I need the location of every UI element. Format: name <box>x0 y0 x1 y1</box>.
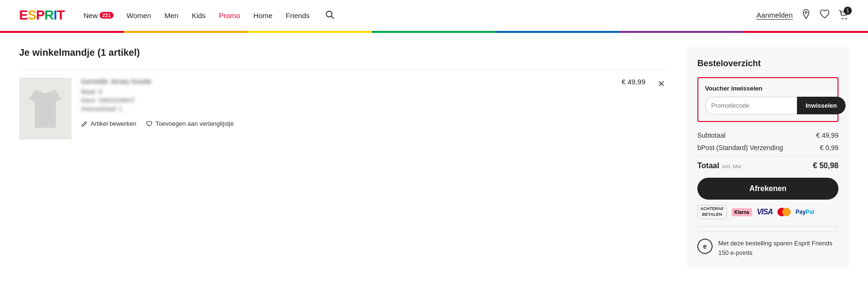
payment-icons: ACHTERAFBETALEN Klarna VISA PayPal <box>697 206 838 218</box>
svg-line-1 <box>331 16 334 19</box>
item-size: Maat: S <box>81 88 602 95</box>
shipping-row: bPost (Standard) Verzending € 0,99 <box>697 144 838 152</box>
shipping-value: € 0,99 <box>820 144 838 152</box>
item-sku: Kleur: 040/AS/WHT <box>81 97 602 104</box>
cart-icon-wrap[interactable]: 1 <box>838 10 849 21</box>
cart-section: Je winkelmandje (1 artikel) Gemelde Jers… <box>19 47 668 269</box>
summary-title: Besteloverzicht <box>697 59 838 69</box>
location-icon[interactable] <box>801 9 811 22</box>
svg-point-4 <box>846 18 847 19</box>
friends-row: e Met deze bestelling sparen Esprit Frie… <box>697 232 838 257</box>
nav-item-promo[interactable]: Promo <box>219 11 240 20</box>
friends-text: Met deze bestelling sparen Esprit Friend… <box>718 239 838 257</box>
add-to-wishlist-button[interactable]: Toevoegen aan verlanglijstje <box>146 120 234 127</box>
total-value: € 50,98 <box>813 162 838 170</box>
logo[interactable]: ESPRIT <box>19 8 64 23</box>
cart-item: Gemelde Jersey hoodie Maat: S Kleur: 040… <box>19 70 668 147</box>
cart-count: 1 <box>844 7 852 15</box>
voucher-input-row: Inwisselen <box>705 97 831 114</box>
item-details: Gemelde Jersey hoodie Maat: S Kleur: 040… <box>81 78 602 127</box>
cart-title: Je winkelmandje (1 artikel) <box>19 47 668 58</box>
nav-item-new[interactable]: New 231 <box>83 11 113 20</box>
order-summary: Besteloverzicht Voucher inwisselen Inwis… <box>687 47 849 269</box>
item-quantity: Hoeveelheid: 1 <box>81 105 602 112</box>
friends-divider <box>697 226 838 227</box>
main-content: Je winkelmandje (1 artikel) Gemelde Jers… <box>0 33 868 283</box>
price-divider <box>697 156 838 157</box>
mastercard-icon <box>777 206 791 218</box>
wishlist-icon[interactable] <box>819 10 830 21</box>
item-name: Gemelde Jersey hoodie <box>81 78 602 85</box>
checkout-button[interactable]: Afrekenen <box>697 178 838 200</box>
klarna-icon: Klarna <box>732 206 752 218</box>
item-actions: Artikel bewerken Toevoegen aan verlangli… <box>81 120 602 127</box>
header: ESPRIT New 231 Women Men Kids Promo Home… <box>0 0 868 31</box>
svg-point-3 <box>842 18 844 19</box>
item-price: € 49,99 <box>612 78 645 86</box>
visa-icon: VISA <box>757 206 773 218</box>
nav-item-home[interactable]: Home <box>254 11 273 20</box>
total-row: Totaal incl. btw € 50,98 <box>697 162 838 170</box>
subtotal-value: € 49,99 <box>816 131 838 139</box>
subtotal-label: Subtotaal <box>697 131 725 139</box>
incl-btw-label: incl. btw <box>722 163 741 169</box>
voucher-label: Voucher inwisselen <box>705 85 831 92</box>
svg-point-2 <box>805 11 807 13</box>
paypal-icon: PayPal <box>796 206 814 218</box>
nav-item-men[interactable]: Men <box>164 11 178 20</box>
nav-item-women[interactable]: Women <box>127 11 151 20</box>
aanmelden-link[interactable]: Aanmelden <box>756 11 793 20</box>
subtotal-row: Subtotaal € 49,99 <box>697 131 838 139</box>
main-nav: New 231 Women Men Kids Promo Home Friend… <box>83 10 756 21</box>
achteraf-betalen-icon: ACHTERAFBETALEN <box>697 206 727 218</box>
edit-item-button[interactable]: Artikel bewerken <box>81 120 136 127</box>
voucher-submit-button[interactable]: Inwisselen <box>797 97 846 114</box>
voucher-box: Voucher inwisselen Inwisselen <box>697 77 838 122</box>
shipping-label: bPost (Standard) Verzending <box>697 144 783 152</box>
friends-icon: e <box>697 239 713 254</box>
item-image <box>19 78 71 140</box>
voucher-input[interactable] <box>705 97 797 114</box>
nav-item-friends[interactable]: Friends <box>286 11 310 20</box>
nav-item-kids[interactable]: Kids <box>192 11 205 20</box>
search-icon[interactable] <box>325 10 335 21</box>
header-right: Aanmelden 1 <box>756 9 849 22</box>
remove-item-button[interactable]: ✕ <box>655 78 668 90</box>
total-label-wrap: Totaal incl. btw <box>697 162 741 170</box>
